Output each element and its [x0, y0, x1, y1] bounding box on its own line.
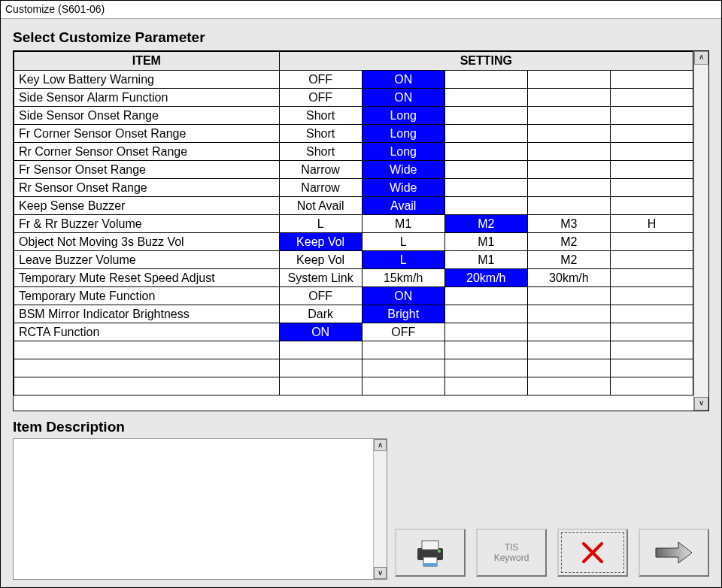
item-cell[interactable]: Temporary Mute Function [14, 287, 280, 305]
setting-cell [610, 377, 693, 396]
table-row: RCTA FunctionONOFF [14, 323, 693, 341]
setting-cell[interactable]: Short [279, 107, 362, 125]
setting-cell[interactable]: Long [362, 107, 444, 125]
print-button[interactable] [395, 529, 466, 577]
item-cell[interactable]: Fr Corner Sensor Onset Range [14, 125, 280, 143]
table-row: Fr Corner Sensor Onset RangeShortLong [14, 125, 693, 143]
item-cell[interactable]: RCTA Function [14, 323, 280, 341]
item-cell[interactable]: Side Sensor Alarm Function [14, 89, 280, 107]
setting-cell [527, 305, 610, 323]
setting-cell[interactable]: ON [362, 89, 444, 107]
setting-cell[interactable]: Wide [362, 161, 444, 179]
table-row: Keep Sense BuzzerNot AvailAvail [14, 197, 693, 215]
setting-cell[interactable]: L [279, 215, 362, 233]
setting-cell[interactable]: Keep Vol [279, 251, 362, 269]
item-cell[interactable]: Rr Corner Sensor Onset Range [14, 143, 280, 161]
setting-cell[interactable]: 30km/h [527, 269, 610, 287]
setting-cell[interactable]: M2 [527, 251, 610, 269]
vertical-scrollbar[interactable]: ∧ ∨ [693, 51, 708, 411]
setting-cell[interactable]: Narrow [279, 161, 362, 179]
tis-keyword-button[interactable]: TIS Keyword [476, 529, 547, 577]
next-button[interactable] [639, 529, 709, 577]
setting-cell[interactable]: ON [362, 287, 444, 305]
scroll-up-button[interactable]: ∧ [694, 51, 708, 65]
item-cell[interactable]: Side Sensor Onset Range [14, 107, 280, 125]
setting-cell [527, 161, 610, 179]
setting-cell[interactable]: OFF [279, 287, 362, 305]
setting-cell [444, 89, 527, 107]
scroll-down-button[interactable]: ∨ [694, 397, 708, 411]
setting-cell [279, 341, 362, 359]
desc-scroll-up[interactable]: ∧ [374, 439, 387, 451]
setting-cell[interactable]: H [610, 215, 693, 233]
setting-cell[interactable]: Narrow [279, 179, 362, 197]
setting-cell [527, 323, 610, 341]
setting-cell[interactable]: L [362, 251, 444, 269]
setting-cell[interactable]: Wide [362, 179, 444, 197]
item-cell[interactable]: Leave Buzzer Volume [14, 251, 280, 269]
setting-cell[interactable]: Long [362, 125, 444, 143]
setting-cell [610, 305, 693, 323]
svg-rect-3 [423, 563, 437, 566]
x-icon [578, 538, 608, 568]
setting-cell[interactable]: M2 [527, 233, 610, 251]
setting-cell [444, 197, 527, 215]
setting-cell [444, 323, 527, 341]
setting-cell[interactable]: ON [362, 71, 444, 89]
item-cell[interactable]: BSM Mirror Indicator Brightness [14, 305, 280, 323]
setting-cell[interactable]: M3 [527, 215, 610, 233]
parameter-table-scroll: ITEM SETTING Key Low Battery WarningOFFO… [14, 51, 693, 411]
button-panel: TIS Keyword [395, 438, 709, 580]
window-frame: Customize (S601-06) Select Customize Par… [0, 0, 722, 588]
setting-cell[interactable]: M1 [362, 215, 444, 233]
setting-cell [610, 251, 693, 269]
description-scrollbar[interactable]: ∧ ∨ [373, 439, 387, 579]
setting-cell [362, 359, 444, 377]
setting-cell[interactable]: 20km/h [444, 269, 527, 287]
setting-cell [527, 125, 610, 143]
setting-cell[interactable]: M2 [444, 215, 527, 233]
item-cell[interactable] [14, 359, 280, 377]
setting-cell [444, 161, 527, 179]
setting-cell[interactable]: M1 [444, 233, 527, 251]
setting-cell[interactable]: 15km/h [362, 269, 444, 287]
setting-cell[interactable]: M1 [444, 251, 527, 269]
setting-cell [279, 359, 362, 377]
setting-cell[interactable]: Avail [362, 197, 444, 215]
setting-cell [527, 179, 610, 197]
item-cell[interactable]: Object Not Moving 3s Buzz Vol [14, 233, 280, 251]
item-cell[interactable]: Fr & Rr Buzzer Volume [14, 215, 280, 233]
setting-cell[interactable]: System Link [279, 269, 362, 287]
setting-cell[interactable]: Short [279, 143, 362, 161]
setting-cell[interactable]: Long [362, 143, 444, 161]
setting-cell[interactable]: Dark [279, 305, 362, 323]
setting-cell[interactable]: OFF [279, 71, 362, 89]
parameter-table-wrapper: ITEM SETTING Key Low Battery WarningOFFO… [13, 50, 709, 411]
item-cell[interactable]: Key Low Battery Warning [14, 71, 280, 89]
setting-cell[interactable]: L [362, 233, 444, 251]
item-cell[interactable]: Temporary Mute Reset Speed Adjust [14, 269, 280, 287]
item-cell[interactable]: Fr Sensor Onset Range [14, 161, 280, 179]
setting-cell[interactable]: Short [279, 125, 362, 143]
table-row: Rr Corner Sensor Onset RangeShortLong [14, 143, 693, 161]
setting-cell [444, 125, 527, 143]
item-cell[interactable] [14, 341, 280, 359]
table-row: Key Low Battery WarningOFFON [14, 71, 693, 89]
setting-cell[interactable]: Keep Vol [279, 233, 362, 251]
setting-cell[interactable]: Bright [362, 305, 444, 323]
item-cell[interactable] [14, 377, 280, 396]
setting-cell[interactable]: OFF [362, 323, 444, 341]
item-cell[interactable]: Rr Sensor Onset Range [14, 179, 280, 197]
setting-cell [444, 287, 527, 305]
setting-cell[interactable]: OFF [279, 89, 362, 107]
desc-scroll-down[interactable]: ∨ [374, 567, 387, 579]
setting-cell[interactable]: Not Avail [279, 197, 362, 215]
setting-cell [527, 359, 610, 377]
setting-cell [610, 107, 693, 125]
setting-cell [444, 179, 527, 197]
item-cell[interactable]: Keep Sense Buzzer [14, 197, 280, 215]
setting-cell [610, 359, 693, 377]
cancel-button[interactable] [557, 529, 628, 577]
setting-cell [362, 377, 444, 396]
setting-cell[interactable]: ON [279, 323, 362, 341]
